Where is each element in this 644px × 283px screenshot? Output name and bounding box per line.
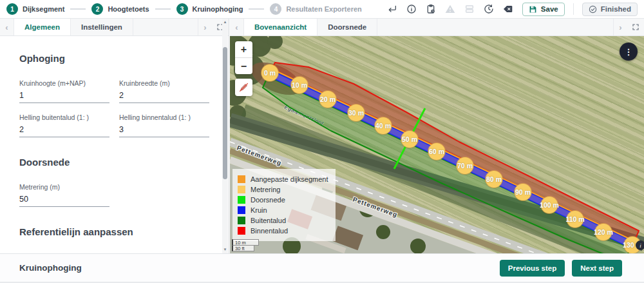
metrering-marker-40m[interactable]: 40 m xyxy=(375,117,392,134)
scroll-up-arrow[interactable]: ▲ xyxy=(222,19,228,25)
tabs-prev-chevron[interactable]: ‹ xyxy=(0,19,14,35)
step-label: Kruinophoging xyxy=(193,5,243,13)
legend-label: Kruin xyxy=(251,206,267,214)
history-icon[interactable] xyxy=(484,4,495,15)
save-button[interactable]: Save xyxy=(522,3,565,16)
next-step-button[interactable]: Next step xyxy=(572,260,622,277)
footer-step-title: Kruinophoging xyxy=(19,263,82,273)
field-input[interactable]: 1 xyxy=(19,91,109,103)
map-scalebar: 10 m 30 ft xyxy=(232,239,259,251)
scale-metric: 10 m xyxy=(232,239,259,246)
map-attribution-info-icon[interactable]: i xyxy=(636,240,644,250)
metrering-marker-80m[interactable]: 80 m xyxy=(486,171,502,188)
finished-button[interactable]: Finished xyxy=(582,3,638,16)
footer-bar: Kruinophoging Previous step Next step xyxy=(0,253,644,283)
legend-row: Metrering xyxy=(238,184,328,195)
return-icon[interactable] xyxy=(387,4,398,15)
legend-label: Binnentalud xyxy=(251,227,288,235)
previous-step-button[interactable]: Previous step xyxy=(500,260,565,277)
step-number: 2 xyxy=(91,3,103,15)
metrering-marker-110m[interactable]: 110 m xyxy=(567,211,583,228)
field-input[interactable]: 2 xyxy=(19,125,109,137)
section-title-referentielijn: Referentielijn aanpassen xyxy=(19,226,203,237)
step-connector xyxy=(70,8,86,10)
legend-swatch xyxy=(238,196,245,204)
ophoging-field-grid: Kruinhoogte (m+NAP)1Kruinbreedte (m)2Hel… xyxy=(19,79,203,137)
metrering-marker-30m[interactable]: 30 m xyxy=(348,104,365,121)
map-legend: Aangepaste dijksegmentMetreringDoorsnede… xyxy=(232,169,336,241)
step-label: Hoogtetoets xyxy=(108,5,149,13)
map-menu-button[interactable]: ⋮ xyxy=(620,43,638,61)
tabbar-spacer xyxy=(133,19,198,35)
legend-row: Kruin xyxy=(238,205,328,215)
stepper-step-resultaten-exporteren: 4Resultaten Exporteren xyxy=(270,3,361,15)
map-tabs-next-chevron[interactable]: › xyxy=(613,19,627,35)
step-number: 3 xyxy=(176,3,188,15)
legend-swatch xyxy=(238,186,245,193)
step-number: 1 xyxy=(6,3,18,15)
stepper-step-hoogtetoets[interactable]: 2Hoogtetoets xyxy=(91,3,149,15)
metrering-marker-10m[interactable]: 10 m xyxy=(291,77,308,93)
form-field: Kruinhoogte (m+NAP)1 xyxy=(19,79,109,103)
field-label: Metrering (m) xyxy=(19,183,109,191)
field-label: Kruinbreedte (m) xyxy=(119,79,209,87)
zoom-out-button[interactable]: − xyxy=(235,58,252,74)
metrering-marker-60m[interactable]: 60 m xyxy=(428,143,445,160)
marker-label: 40 m xyxy=(375,122,391,130)
backspace-icon[interactable] xyxy=(503,4,514,15)
legend-row: Binnentalud xyxy=(238,226,328,236)
tab-doorsnede[interactable]: Doorsnede xyxy=(317,19,377,35)
footer-actions: Previous step Next step xyxy=(500,260,622,277)
field-input[interactable]: 2 xyxy=(119,91,209,103)
marker-label: 50 m xyxy=(402,135,417,143)
metrering-marker-0m[interactable]: 0 m xyxy=(261,64,278,81)
field-input[interactable]: 50 xyxy=(19,195,109,207)
doorsnede-field-grid: Metrering (m)50 xyxy=(19,183,203,207)
tabs-next-chevron[interactable]: › xyxy=(198,19,212,35)
metrering-marker-20m[interactable]: 20 m xyxy=(319,91,336,108)
metrering-marker-70m[interactable]: 70 m xyxy=(457,157,473,174)
step-connector xyxy=(155,8,171,10)
info-icon[interactable] xyxy=(406,4,417,15)
left-panel-scrollbar[interactable]: ▲ ▼ xyxy=(222,19,228,253)
legend-row: Doorsnede xyxy=(238,195,328,205)
tab-algemeen[interactable]: Algemeen xyxy=(14,19,71,35)
marker-label: 90 m xyxy=(515,188,531,196)
draw-pencil-button[interactable] xyxy=(235,79,252,96)
stepper-step-dijksegment[interactable]: 1Dijksegment xyxy=(6,3,64,15)
step-label: Resultaten Exporteren xyxy=(286,5,361,13)
form-field: Metrering (m)50 xyxy=(19,183,109,207)
marker-label: 10 m xyxy=(292,81,307,89)
marker-label: 100 m xyxy=(540,201,559,209)
save-button-label: Save xyxy=(541,5,558,13)
field-input[interactable]: 3 xyxy=(119,125,209,137)
metrering-marker-120m[interactable]: 120 m xyxy=(595,224,612,240)
metrering-marker-50m[interactable]: 50 m xyxy=(401,131,418,148)
step-label: Dijksegment xyxy=(23,5,64,13)
scroll-down-arrow[interactable]: ▼ xyxy=(222,246,228,253)
clipboard-clock-icon[interactable] xyxy=(426,4,437,15)
stepper-step-kruinophoging[interactable]: 3Kruinophoging xyxy=(176,3,243,15)
aerial-map-canvas[interactable]: Pettemerweg Pettemerweg Egalementsloot 0… xyxy=(230,36,644,253)
map-fullscreen-icon[interactable] xyxy=(627,19,644,35)
step-connector xyxy=(249,8,264,10)
zoom-in-button[interactable]: + xyxy=(235,41,252,57)
section-title-doorsnede: Doorsnede xyxy=(19,157,203,168)
form-field: Helling binnentalud (1: )3 xyxy=(119,113,209,137)
tab-instellingen[interactable]: Instellingen xyxy=(71,19,133,35)
finished-button-label: Finished xyxy=(601,5,631,13)
map-tabbar-spacer xyxy=(377,19,613,35)
marker-label: 70 m xyxy=(457,162,473,170)
metrering-marker-100m[interactable]: 100 m xyxy=(541,197,558,213)
scrollbar-thumb[interactable] xyxy=(223,47,227,179)
map-tabs-prev-chevron[interactable]: ‹ xyxy=(230,19,244,35)
metrering-marker-90m[interactable]: 90 m xyxy=(515,184,531,200)
step-number: 4 xyxy=(270,3,281,15)
legend-swatch xyxy=(238,217,245,224)
section-title-ophoging: Ophoging xyxy=(19,53,203,64)
tab-bovenaanzicht[interactable]: Bovenaanzicht xyxy=(244,19,317,35)
legend-label: Aangepaste dijksegment xyxy=(251,175,328,183)
marker-label: 80 m xyxy=(486,175,502,183)
form-field: Kruinbreedte (m)2 xyxy=(119,79,209,103)
map-zoom-control: + − xyxy=(235,41,252,74)
